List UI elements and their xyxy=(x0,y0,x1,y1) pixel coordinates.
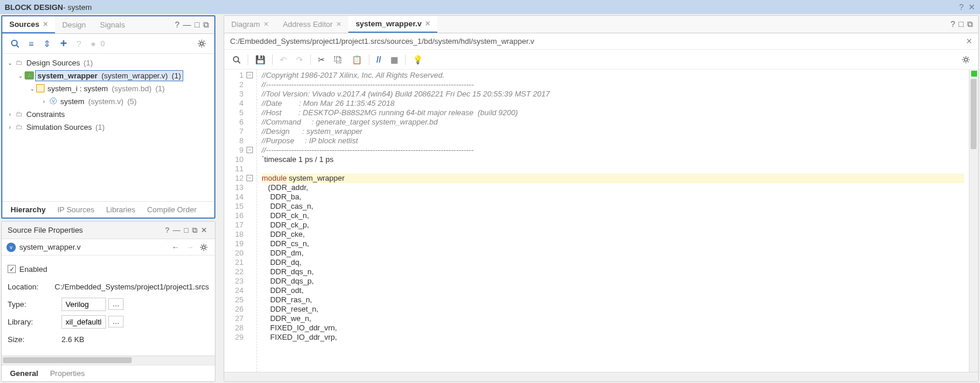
type-field[interactable] xyxy=(61,298,106,311)
properties-panel: Source File Properties ? — □ ⧉ ✕ v syste… xyxy=(1,221,215,382)
tab-address-editor[interactable]: Address Editor✕ xyxy=(276,16,348,33)
code-content[interactable]: //Copyright 1986-2017 Xilinx, Inc. All R… xyxy=(257,70,969,372)
library-field[interactable] xyxy=(61,315,106,329)
gear-icon[interactable] xyxy=(197,39,206,48)
tab-design[interactable]: Design xyxy=(55,16,92,33)
location-value: C:/Embedded_Systems/project1/project1.sr… xyxy=(54,282,209,291)
redo-icon[interactable]: ↷ xyxy=(296,55,303,64)
close-icon[interactable]: ✕ xyxy=(263,20,269,28)
popout-icon[interactable]: ⧉ xyxy=(192,226,197,235)
chevron-right-icon[interactable]: › xyxy=(6,124,14,130)
tree-system[interactable]: › ⓥ system (system.v) (5) xyxy=(4,95,213,108)
title-suffix: - system xyxy=(63,3,92,12)
add-icon[interactable]: + xyxy=(60,37,67,50)
undo-icon[interactable]: ↶ xyxy=(280,55,287,64)
svg-point-3 xyxy=(202,246,205,249)
gear-icon[interactable] xyxy=(200,243,208,251)
size-value: 2.6 KB xyxy=(61,335,84,344)
library-browse-button[interactable]: … xyxy=(108,316,124,327)
help-icon[interactable]: ? xyxy=(959,2,964,12)
properties-filename: system_wrapper.v xyxy=(19,243,81,251)
file-path-bar: C:/Embedded_Systems/project1/project1.sr… xyxy=(224,33,978,50)
close-icon[interactable]: ✕ xyxy=(425,20,430,27)
tab-diagram[interactable]: Diagram✕ xyxy=(224,16,276,33)
paste-icon[interactable]: 📋 xyxy=(352,55,362,64)
type-label: Type: xyxy=(8,300,61,309)
status-count: 0 xyxy=(101,39,105,48)
chevron-down-icon[interactable]: ⌄ xyxy=(28,85,36,92)
save-icon[interactable]: 💾 xyxy=(255,55,265,64)
properties-file-row: v system_wrapper.v ← → xyxy=(2,239,215,256)
close-icon[interactable]: ✕ xyxy=(43,20,48,28)
svg-point-0 xyxy=(12,40,17,46)
popout-icon[interactable]: ⧉ xyxy=(967,19,973,29)
type-browse-button[interactable]: … xyxy=(108,298,124,310)
code-editor[interactable]: 1−23456789−101112−1314151617181920212223… xyxy=(224,70,978,372)
tree-system-i[interactable]: ⌄ system_i : system (system.bd) (1) xyxy=(4,82,213,95)
tab-properties[interactable]: Properties xyxy=(44,365,90,381)
tab-system-wrapper[interactable]: system_wrapper.v✕ xyxy=(348,16,437,33)
tab-sources[interactable]: Sources✕ xyxy=(2,16,55,33)
help-icon[interactable]: ? xyxy=(175,20,180,30)
chevron-down-icon[interactable]: ⌄ xyxy=(16,73,25,79)
editor-tabs: Diagram✕ Address Editor✕ system_wrapper.… xyxy=(224,16,978,33)
help-icon[interactable]: ? xyxy=(951,19,955,29)
tab-general[interactable]: General xyxy=(4,365,44,381)
collapse-icon[interactable]: ≡ xyxy=(29,39,34,49)
forward-icon[interactable]: → xyxy=(186,243,194,251)
close-icon[interactable]: ✕ xyxy=(336,20,341,28)
status-icon: ● xyxy=(91,39,96,49)
tree-design-sources[interactable]: ⌄ 🗀 Design Sources (1) xyxy=(4,56,213,69)
svg-line-1 xyxy=(16,45,19,47)
maximize-icon[interactable]: □ xyxy=(959,19,964,29)
search-icon[interactable] xyxy=(11,39,19,48)
tree-system-wrapper[interactable]: ⌄ ∴ system_wrapper (system_wrapper.v) (1… xyxy=(4,69,213,82)
popout-icon[interactable]: ⧉ xyxy=(203,20,209,30)
comment-icon[interactable]: // xyxy=(376,55,381,64)
copy-icon[interactable]: ⿻ xyxy=(334,55,342,64)
column-select-icon[interactable]: ▦ xyxy=(390,55,398,64)
sources-tree: ⌄ 🗀 Design Sources (1) ⌄ ∴ system_wrappe… xyxy=(2,54,214,201)
scrollbar-vertical[interactable] xyxy=(969,70,978,372)
search-icon[interactable] xyxy=(232,56,241,64)
tree-simulation-sources[interactable]: › 🗀 Simulation Sources (1) xyxy=(4,120,213,133)
size-label: Size: xyxy=(8,335,61,344)
close-window-icon[interactable]: ✕ xyxy=(968,2,975,12)
location-label: Location: xyxy=(8,282,54,291)
editor-toolbar: 💾 ↶ ↷ ✂ ⿻ 📋 // ▦ 💡 xyxy=(224,50,978,70)
chevron-down-icon[interactable]: ⌄ xyxy=(6,60,14,66)
folder-icon: 🗀 xyxy=(14,109,25,119)
gear-icon[interactable] xyxy=(962,56,970,64)
scrollbar-horizontal[interactable] xyxy=(2,356,215,365)
cut-icon[interactable]: ✂ xyxy=(318,55,325,64)
help-icon[interactable]: ? xyxy=(165,226,169,234)
sources-bottom-tabs: Hierarchy IP Sources Libraries Compile O… xyxy=(2,201,214,218)
maximize-icon[interactable]: □ xyxy=(195,20,200,30)
tab-compile-order[interactable]: Compile Order xyxy=(141,202,203,218)
tab-hierarchy[interactable]: Hierarchy xyxy=(5,202,52,218)
enabled-checkbox[interactable]: ✓ xyxy=(8,265,16,273)
folder-icon: 🗀 xyxy=(14,122,25,132)
info-icon[interactable]: ? xyxy=(76,39,81,49)
status-indicator xyxy=(971,71,977,77)
scrollbar-horizontal[interactable] xyxy=(224,372,978,381)
back-icon[interactable]: ← xyxy=(172,243,179,251)
tab-signals[interactable]: Signals xyxy=(93,16,132,33)
title-prefix: BLOCK DESIGN xyxy=(5,3,63,12)
chevron-right-icon[interactable]: › xyxy=(6,111,14,118)
sources-tabs: Sources✕ Design Signals ? — □ ⧉ xyxy=(2,16,214,34)
tree-constraints[interactable]: › 🗀 Constraints xyxy=(4,108,213,120)
sources-toolbar: ≡ ⇕ + ? ● 0 xyxy=(2,34,214,54)
tab-ip-sources[interactable]: IP Sources xyxy=(52,202,100,218)
maximize-icon[interactable]: □ xyxy=(184,226,189,234)
bulb-icon[interactable]: 💡 xyxy=(413,55,423,64)
minimize-icon[interactable]: — xyxy=(173,226,180,234)
close-icon[interactable]: ✕ xyxy=(201,226,207,234)
tab-libraries[interactable]: Libraries xyxy=(100,202,141,218)
minimize-icon[interactable]: — xyxy=(183,20,191,30)
chevron-right-icon[interactable]: › xyxy=(40,98,48,105)
sources-panel: Sources✕ Design Signals ? — □ ⧉ ≡ ⇕ + ? … xyxy=(1,15,215,219)
expand-icon[interactable]: ⇕ xyxy=(43,39,51,49)
editor-panel: Diagram✕ Address Editor✕ system_wrapper.… xyxy=(224,15,979,382)
close-file-icon[interactable]: ✕ xyxy=(966,37,972,46)
